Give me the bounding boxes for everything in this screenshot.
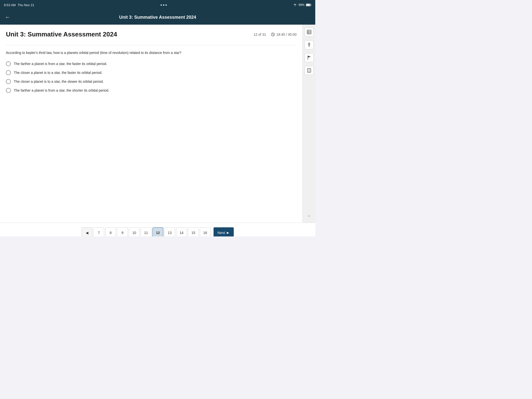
option-item-d[interactable]: The farther a planet is from a star, the…	[6, 88, 297, 93]
dot2	[163, 4, 164, 6]
content-area: Unit 3: Summative Assessment 2024 12 of …	[0, 25, 302, 223]
table-icon	[307, 30, 311, 34]
radio-a[interactable]	[6, 61, 11, 66]
page-button-10[interactable]: 10	[129, 227, 140, 237]
battery-icon	[306, 3, 311, 6]
assessment-title: Unit 3: Summative Assessment 2024	[6, 31, 117, 38]
timer-container: 18:45 / 45:00	[271, 33, 297, 36]
svg-point-19	[308, 70, 308, 71]
pagination-bar: ◀ 78910111213141516Next ►	[0, 223, 315, 236]
status-indicators: 99%	[293, 3, 311, 7]
option-item-c[interactable]: The closer a planet is to a star, the sl…	[6, 79, 297, 84]
battery-percent: 99%	[299, 3, 304, 7]
sidebar-collapse-button[interactable]: ‹	[308, 214, 310, 218]
option-text-d: The farther a planet is from a star, the…	[14, 88, 109, 92]
header-title: Unit 3: Summative Assessment 2024	[119, 15, 196, 20]
main-content: Unit 3: Summative Assessment 2024 12 of …	[0, 25, 315, 223]
assessment-meta: 12 of 31 18:45 / 45:00	[254, 33, 297, 36]
svg-point-20	[309, 70, 309, 71]
page-button-14[interactable]: 14	[176, 227, 187, 237]
option-text-b: The closer a planet is to a star, the fa…	[14, 71, 102, 75]
question-text: According to kepler's thrid law, how is …	[6, 50, 297, 55]
svg-rect-18	[308, 69, 310, 70]
wifi-icon	[293, 3, 297, 6]
calculator-button[interactable]	[305, 66, 314, 75]
page-button-15[interactable]: 15	[188, 227, 199, 237]
page-button-11[interactable]: 11	[141, 227, 151, 237]
svg-line-15	[309, 45, 310, 47]
right-sidebar: ‹	[302, 25, 315, 223]
dot1	[161, 4, 162, 6]
svg-point-24	[310, 71, 310, 72]
timer-text: 18:45 / 45:00	[276, 33, 297, 36]
accessibility-icon	[307, 43, 311, 47]
table-of-contents-button[interactable]	[305, 28, 314, 36]
back-button[interactable]: ←	[5, 14, 10, 20]
page-button-13[interactable]: 13	[164, 227, 175, 237]
svg-line-5	[273, 34, 274, 35]
svg-point-22	[308, 71, 308, 72]
prev-page-button[interactable]: ◀	[82, 227, 92, 237]
dot3	[166, 4, 167, 6]
calculator-icon	[307, 68, 311, 73]
svg-point-11	[309, 43, 310, 44]
radio-b[interactable]	[6, 70, 11, 75]
clock-icon	[271, 33, 275, 36]
svg-point-23	[309, 71, 309, 72]
svg-rect-2	[306, 4, 310, 6]
status-bar: 8:53 AM Thu Nov 21 99%	[0, 0, 315, 10]
assessment-header: Unit 3: Summative Assessment 2024 12 of …	[6, 31, 297, 38]
radio-c[interactable]	[6, 79, 11, 84]
svg-point-21	[310, 70, 310, 71]
status-time-date: 8:53 AM Thu Nov 21	[4, 3, 34, 7]
option-text-c: The closer a planet is to a star, the sl…	[14, 80, 104, 83]
radio-d[interactable]	[6, 88, 11, 93]
status-date: Thu Nov 21	[18, 3, 34, 7]
next-button[interactable]: Next ►	[214, 227, 234, 237]
flag-icon	[307, 55, 311, 60]
svg-line-14	[308, 45, 309, 47]
option-item-a[interactable]: The farther a planet is from a star, the…	[6, 61, 297, 66]
option-text-a: The farther a planet is from a star, the…	[14, 62, 107, 66]
svg-rect-1	[311, 4, 311, 5]
header: ← Unit 3: Summative Assessment 2024	[0, 10, 315, 25]
status-time: 8:53 AM	[4, 3, 16, 7]
page-button-7[interactable]: 7	[93, 227, 104, 237]
page-button-12[interactable]: 12	[152, 227, 163, 237]
page-button-8[interactable]: 8	[105, 227, 116, 237]
progress-indicator: 12 of 31	[254, 33, 266, 36]
content-divider	[6, 45, 297, 45]
options-list: The farther a planet is from a star, the…	[6, 61, 297, 93]
page-button-16[interactable]: 16	[200, 227, 211, 237]
option-item-b[interactable]: The closer a planet is to a star, the fa…	[6, 70, 297, 75]
status-dots	[161, 4, 167, 6]
flag-button[interactable]	[305, 53, 314, 62]
page-button-9[interactable]: 9	[117, 227, 128, 237]
accessibility-button[interactable]	[305, 40, 314, 49]
